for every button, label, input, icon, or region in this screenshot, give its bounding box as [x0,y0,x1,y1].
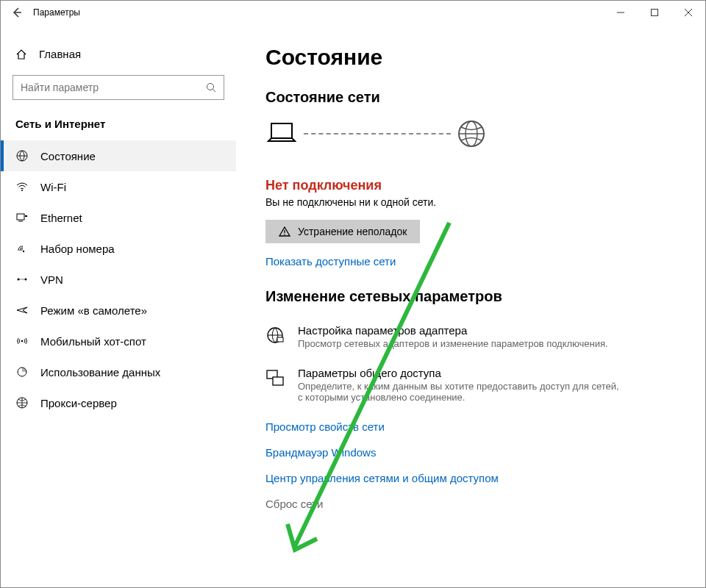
svg-rect-18 [271,123,292,138]
sidebar-item-proxy[interactable]: Прокси-сервер [1,387,236,418]
minimize-icon [617,9,624,16]
proxy-icon [15,396,29,409]
nav-label: Wi-Fi [40,181,66,193]
page-heading: Состояние [265,45,676,70]
close-icon [685,9,692,16]
svg-line-5 [213,90,216,93]
maximize-icon [651,9,658,16]
vpn-icon [15,273,29,286]
minimize-button[interactable] [604,1,638,24]
sidebar: Главная Сеть и Интернет Состояние Wi-Fi … [1,24,236,587]
nav-label: Состояние [40,150,96,162]
adapter-options-row[interactable]: Настройка параметров адаптера Просмотр с… [265,324,676,349]
nav-label: Ethernet [40,212,82,224]
firewall-link[interactable]: Брандмауэр Windows [265,446,676,459]
no-connection-subtitle: Вы не подключены ни к одной сети. [265,196,676,208]
home-icon [15,49,27,60]
laptop-icon [265,121,298,147]
sharing-icon [265,367,286,403]
sidebar-item-ethernet[interactable]: Ethernet [1,202,236,233]
svg-rect-25 [277,337,283,342]
connection-line [304,133,451,135]
troubleshoot-button[interactable]: Устранение неполадок [265,220,420,243]
back-arrow-icon [12,7,22,18]
sharing-title: Параметры общего доступа [298,367,621,379]
sidebar-item-dialup[interactable]: Набор номера [1,233,236,264]
nav-label: Режим «в самолете» [40,304,147,317]
nav-label: Использование данных [40,366,160,379]
network-reset-link[interactable]: Сброс сети [265,498,676,510]
hotspot-icon [15,334,29,348]
netstatus-heading: Состояние сети [265,89,676,106]
warning-icon [279,226,290,237]
svg-point-7 [21,190,23,191]
sharing-desc: Определите, к каким данным вы хотите пре… [298,381,621,403]
svg-rect-1 [652,10,658,16]
nav-label: Набор номера [40,243,115,255]
back-button[interactable] [7,7,27,18]
adapter-desc: Просмотр сетевых адаптеров и изменение п… [298,338,608,349]
nav-label: Мобильный хот-спот [40,335,146,348]
svg-rect-9 [25,215,27,217]
nav-label: Прокси-сервер [40,397,117,409]
svg-rect-27 [273,377,283,385]
svg-point-23 [284,234,285,235]
search-icon [206,82,216,93]
sharing-options-row[interactable]: Параметры общего доступа Определите, к к… [265,367,676,403]
sidebar-section-label: Сеть и Интернет [1,118,236,140]
adapter-title: Настройка параметров адаптера [298,324,608,337]
change-settings-heading: Изменение сетевых параметров [265,288,676,305]
wifi-icon [15,180,29,193]
nav-label: VPN [40,273,63,286]
content-area: Главная Сеть и Интернет Состояние Wi-Fi … [1,24,705,587]
close-button[interactable] [671,1,705,24]
globe-icon [457,119,486,148]
sidebar-item-status[interactable]: Состояние [1,140,236,171]
network-properties-link[interactable]: Просмотр свойств сети [265,420,676,433]
home-label: Главная [39,48,81,60]
search-box[interactable] [13,75,224,100]
sidebar-item-wifi[interactable]: Wi-Fi [1,171,236,202]
window-title: Параметры [33,7,80,18]
svg-point-15 [21,340,24,343]
settings-window: Параметры Главная Сеть и Интернет [0,0,706,588]
main-panel: Состояние Состояние сети Нет подключения… [236,24,705,587]
maximize-button[interactable] [638,1,671,24]
network-center-link[interactable]: Центр управления сетями и общим доступом [265,472,676,484]
network-diagram [265,119,486,148]
titlebar: Параметры [1,1,705,24]
dialup-icon [15,242,29,255]
datausage-icon [15,365,29,379]
sidebar-item-vpn[interactable]: VPN [1,264,236,295]
svg-rect-8 [17,214,24,220]
svg-point-13 [25,279,27,281]
troubleshoot-label: Устранение неполадок [298,226,407,237]
status-icon [15,149,29,162]
svg-point-11 [23,251,24,252]
svg-point-4 [207,84,214,90]
show-networks-link[interactable]: Показать доступные сети [265,255,676,268]
ethernet-icon [15,211,29,224]
home-nav[interactable]: Главная [1,42,236,75]
sidebar-item-airplane[interactable]: Режим «в самолете» [1,295,236,326]
airplane-icon [15,304,29,317]
sidebar-item-hotspot[interactable]: Мобильный хот-спот [1,326,236,356]
no-connection-title: Нет подключения [265,178,676,193]
adapter-icon [265,324,286,349]
search-input[interactable] [21,82,216,93]
sidebar-item-datausage[interactable]: Использование данных [1,356,236,387]
